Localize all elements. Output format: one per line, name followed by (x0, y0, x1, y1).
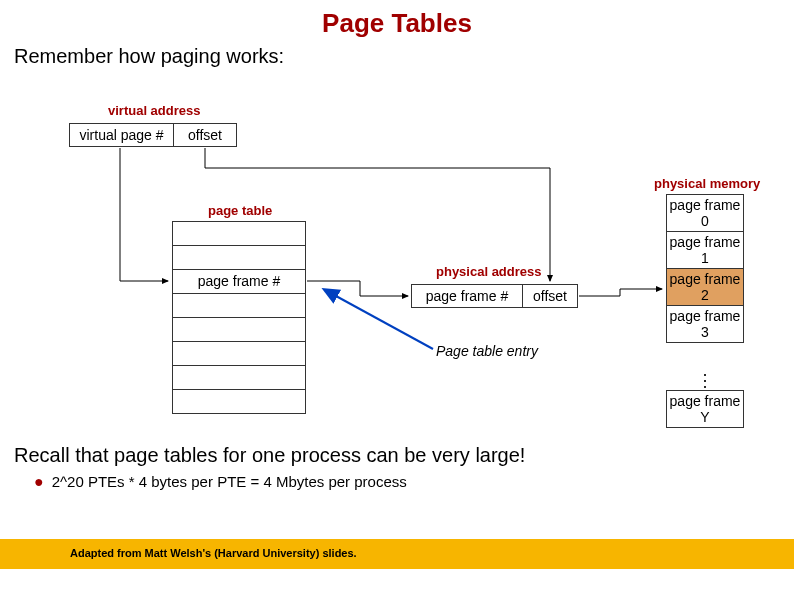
credit-text: Adapted from Matt Welsh's (Harvard Unive… (70, 547, 357, 559)
page-table-row (172, 294, 306, 318)
physical-offset-box: offset (522, 284, 578, 308)
page-table-row (172, 318, 306, 342)
recall-text: Recall that page tables for one process … (0, 438, 794, 471)
page-table-row (172, 342, 306, 366)
page-table-row (172, 390, 306, 414)
page-frame-2: page frame 2 (666, 269, 744, 306)
slide-title: Page Tables (0, 0, 794, 39)
page-frame-1: page frame 1 (666, 232, 744, 269)
page-table-label: page table (208, 203, 272, 218)
page-table-row (172, 246, 306, 270)
physical-address-label: physical address (436, 264, 542, 279)
bullet-icon: ● (34, 473, 52, 490)
page-frame-3: page frame 3 (666, 306, 744, 343)
virtual-address-label: virtual address (108, 103, 201, 118)
slide-subtitle: Remember how paging works: (0, 39, 794, 68)
page-frame-0: page frame 0 (666, 195, 744, 232)
page-table-row (172, 222, 306, 246)
page-table-entry-label: Page table entry (436, 343, 538, 359)
virtual-offset-box: offset (173, 123, 237, 147)
page-table: page frame # (172, 221, 306, 414)
page-table-row-active: page frame # (172, 270, 306, 294)
page-table-row (172, 366, 306, 390)
paging-diagram: virtual address virtual page # offset pa… (0, 68, 794, 438)
ellipsis-icon: ... (666, 367, 744, 385)
physical-memory-label: physical memory (654, 176, 760, 191)
page-frame-Y: page frame Y (666, 390, 744, 428)
virtual-page-number-box: virtual page # (69, 123, 174, 147)
physical-memory: page frame 0 page frame 1 page frame 2 p… (666, 194, 744, 343)
bullet-item: ●2^20 PTEs * 4 bytes per PTE = 4 Mbytes … (0, 471, 794, 491)
bullet-text: 2^20 PTEs * 4 bytes per PTE = 4 Mbytes p… (52, 473, 407, 490)
physical-page-frame-box: page frame # (411, 284, 523, 308)
